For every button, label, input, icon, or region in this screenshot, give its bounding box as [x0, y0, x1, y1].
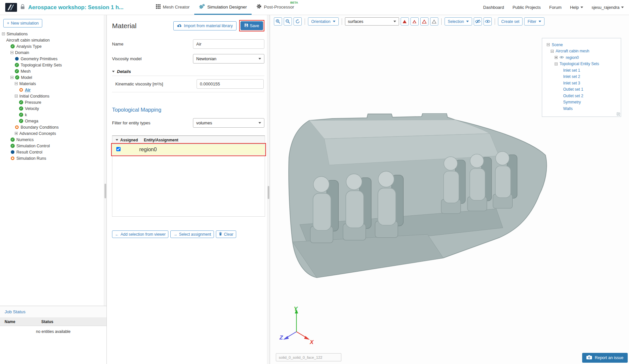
kinematic-viscosity-input[interactable] [197, 79, 264, 89]
clip-outline-red-button[interactable] [420, 17, 429, 26]
job-status-empty-message: no entities available [0, 326, 106, 337]
status-complete-icon [15, 63, 19, 67]
table-row-region0[interactable]: region0 [112, 144, 265, 155]
orientation-button[interactable]: Orientation [308, 17, 339, 26]
tab-post-processor[interactable]: BETA Post-Processor [252, 0, 299, 15]
collapse-icon[interactable] [555, 63, 558, 65]
sort-desc-icon[interactable] [116, 139, 118, 141]
tree-item-pressure[interactable]: Pressure [0, 99, 106, 105]
scene-item-inlet-set-1[interactable]: Inlet set 1 [545, 67, 618, 74]
collapse-icon[interactable] [547, 43, 550, 46]
clip-outline-gray-button[interactable] [430, 17, 438, 26]
clip-solid-button[interactable] [401, 17, 409, 26]
tree-item-result-control[interactable]: Result Control [0, 149, 106, 155]
scene-item-inlet-set-2[interactable]: Inlet set 2 [545, 74, 618, 80]
tree-item-model[interactable]: Model [0, 74, 106, 81]
entity-type-select[interactable]: volumes [193, 118, 264, 128]
selection-button[interactable]: Selection [445, 17, 472, 26]
tab-simulation-designer[interactable]: Simulation Designer [194, 0, 252, 15]
scrollbar-thumb[interactable] [105, 184, 106, 198]
caret-down-icon [393, 21, 396, 22]
collapse-icon[interactable] [551, 50, 554, 53]
tree-item-boundary-conditions[interactable]: Boundary Conditions [0, 124, 106, 130]
save-button[interactable]: Save [240, 21, 263, 30]
beta-badge: BETA [290, 1, 298, 4]
expand-icon[interactable] [15, 132, 18, 135]
new-simulation-button[interactable]: +New simulation [3, 19, 42, 27]
project-title[interactable]: Aerospace workshop: Session 1 h... [28, 4, 124, 11]
details-toggle[interactable]: Details [112, 67, 264, 76]
tree-item-air[interactable]: Air [0, 87, 106, 93]
scene-item-inlet-set-3[interactable]: Inlet set 3 [545, 80, 618, 86]
scene-item-outlet-set-2[interactable]: Outlet set 2 [545, 93, 618, 99]
tree-item-materials[interactable]: Materials [0, 81, 106, 87]
collapse-icon[interactable] [15, 82, 18, 85]
collapse-icon[interactable] [15, 95, 18, 98]
simscale-logo[interactable] [5, 3, 17, 12]
tree-item-analysis-type[interactable]: Analysis Type [0, 43, 106, 49]
import-material-button[interactable]: Import from material library [173, 21, 236, 30]
cloud-upload-icon [177, 23, 182, 28]
nav-help[interactable]: Help [570, 5, 583, 10]
refresh-view-button[interactable] [294, 17, 302, 26]
eye-icon[interactable] [560, 55, 564, 60]
tree-item-velocity[interactable]: Velocity [0, 105, 106, 112]
filter-button[interactable]: Filter [524, 17, 544, 26]
tree-item-topological-entity-sets[interactable]: Topological Entity Sets [0, 62, 106, 68]
col-entity-label[interactable]: Entity/Assignment [144, 138, 178, 142]
nav-forum[interactable]: Forum [549, 5, 562, 10]
scene-item-symmetry[interactable]: Symmetry [545, 99, 618, 106]
tree-item-simulation-control[interactable]: Simulation Control [0, 143, 106, 149]
tab-mesh-creator[interactable]: Mesh Creator [151, 0, 194, 15]
collapse-icon[interactable] [10, 51, 13, 54]
scene-item-walls[interactable]: Walls [545, 105, 618, 112]
status-complete-icon [19, 106, 23, 111]
tree-item-geometry-primitives[interactable]: Geometry Primitives [0, 56, 106, 62]
scene-item-region0[interactable]: region0 [545, 54, 618, 61]
scene-item-scene[interactable]: Scene [545, 42, 618, 48]
tree-item-aircraft-cabin-simulation[interactable]: Aircraft cabin simulation [0, 37, 106, 43]
tree-item-k[interactable]: k [0, 112, 106, 118]
select-assignment-button[interactable]: → Select assignment [170, 230, 214, 238]
col-assigned-label[interactable]: Assigned [120, 138, 138, 142]
render-mode-select[interactable]: surfaces [345, 17, 399, 26]
tree-item-simulation-runs[interactable]: Simulation Runs [0, 155, 106, 161]
clip-half-button[interactable] [410, 17, 419, 26]
nav-public-projects[interactable]: Public Projects [512, 5, 541, 10]
tree-item-mesh[interactable]: Mesh [0, 68, 106, 74]
scrollbar-thumb[interactable] [268, 186, 269, 199]
scene-item-aircraft-cabin-mesh[interactable]: Aircraft cabin mesh [545, 48, 618, 55]
zoom-in-button[interactable] [274, 17, 282, 26]
tree-item-domain[interactable]: Domain [0, 49, 106, 56]
region0-assigned-checkbox[interactable] [116, 147, 121, 151]
scene-item-outlet-set-1[interactable]: Outlet set 1 [545, 86, 618, 93]
entity-filter-label: Filter for entity types [112, 120, 150, 125]
material-settings-panel: Material Import from material library Sa… [107, 15, 270, 364]
viscosity-model-select[interactable]: Newtonian [193, 54, 264, 64]
nav-dashboard[interactable]: Dashboard [483, 5, 504, 10]
viewer-3d[interactable]: Orientation surfaces [270, 15, 629, 364]
create-set-button[interactable]: Create set [498, 17, 523, 26]
tree-item-simulations[interactable]: Simulations [0, 31, 106, 37]
panel-scrollbar[interactable] [267, 15, 270, 364]
scene-item-topological-entity-sets[interactable]: Topological Entity Sets [545, 61, 618, 67]
tree-item-omega[interactable]: Omega [0, 118, 106, 124]
collapse-icon[interactable] [10, 76, 13, 79]
tree-item-advanced-concepts[interactable]: Advanced Concepts [0, 130, 106, 136]
report-issue-button[interactable]: Report an issue [582, 353, 628, 363]
add-selection-button[interactable]: ← Add selection from viewer [112, 230, 168, 238]
hide-selection-button[interactable] [474, 17, 482, 26]
zoom-fit-button[interactable] [284, 17, 292, 26]
clear-button[interactable]: Clear [216, 230, 236, 238]
sidebar-scrollbar[interactable] [104, 15, 106, 306]
expand-icon[interactable] [555, 56, 558, 59]
tree-item-numerics[interactable]: Numerics [0, 136, 106, 143]
collapse-icon[interactable] [2, 32, 5, 35]
panel-resize-handle[interactable] [617, 112, 620, 116]
aircraft-cabin-model[interactable] [286, 113, 550, 290]
material-name-input[interactable] [193, 39, 264, 49]
job-col-status: Status [41, 319, 53, 324]
user-menu[interactable]: sjesu_rajendra [592, 5, 624, 10]
show-all-button[interactable] [484, 17, 492, 26]
tree-item-initial-conditions[interactable]: Initial Conditions [0, 93, 106, 99]
